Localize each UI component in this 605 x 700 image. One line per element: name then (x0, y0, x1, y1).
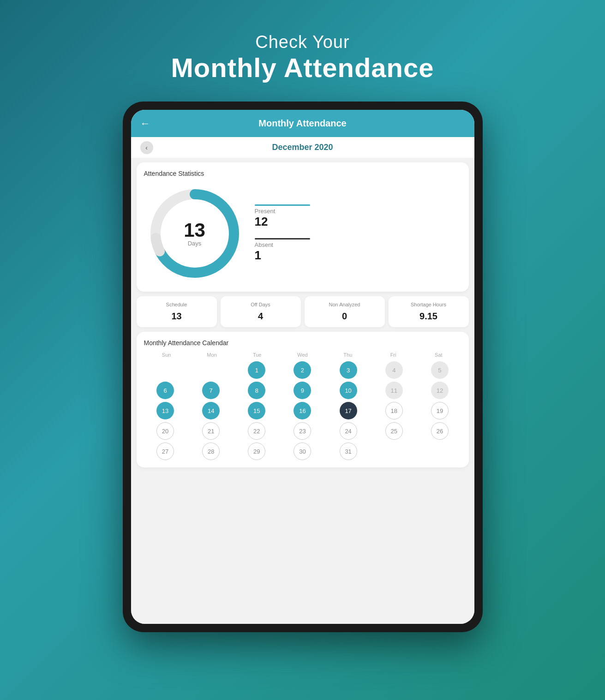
day-sat: Sat (416, 352, 461, 358)
page-subtitle: Check Your (171, 32, 434, 52)
calendar-empty-cell (431, 443, 449, 460)
absent-legend: Absent 1 (255, 238, 461, 263)
calendar-day-13[interactable]: 13 (156, 402, 174, 419)
calendar-day-3[interactable]: 3 (340, 361, 357, 379)
nonanalyzed-label: Non Analyzed (309, 302, 380, 307)
calendar-day-24[interactable]: 24 (340, 422, 357, 440)
calendar-day-18[interactable]: 18 (385, 402, 403, 419)
schedule-value: 13 (141, 311, 212, 322)
day-fri: Fri (371, 352, 416, 358)
calendar-day-1[interactable]: 1 (248, 361, 265, 379)
nonanalyzed-value: 0 (309, 311, 380, 322)
calendar-day-30[interactable]: 30 (294, 443, 311, 460)
calendar-day-19[interactable]: 19 (431, 402, 449, 419)
schedule-box: Schedule 13 (137, 296, 217, 327)
calendar-day-31[interactable]: 31 (340, 443, 357, 460)
calendar-day-28[interactable]: 28 (202, 443, 220, 460)
calendar-day-7[interactable]: 7 (202, 382, 220, 399)
calendar-section: Monthly Attendance Calendar Sun Mon Tue … (137, 332, 469, 467)
app-header: ← Monthly Attendance (131, 110, 474, 137)
back-button[interactable]: ← (140, 118, 150, 130)
calendar-day-17[interactable]: 17 (340, 402, 357, 419)
statistics-title: Attendance Statistics (144, 170, 461, 177)
shortage-box: Shortage Hours 9.15 (389, 296, 469, 327)
calendar-day-2[interactable]: 2 (294, 361, 311, 379)
calendar-day-21[interactable]: 21 (202, 422, 220, 440)
calendar-empty-cell (202, 361, 220, 379)
calendar-day-6[interactable]: 6 (156, 382, 174, 399)
calendar-day-22[interactable]: 22 (248, 422, 265, 440)
day-tue: Tue (234, 352, 280, 358)
calendar-day-26[interactable]: 26 (431, 422, 449, 440)
present-value: 12 (255, 215, 461, 229)
calendar-day-29[interactable]: 29 (248, 443, 265, 460)
donut-label: Days (184, 240, 205, 247)
day-wed: Wed (280, 352, 325, 358)
calendar-day-15[interactable]: 15 (248, 402, 265, 419)
offdays-value: 4 (225, 311, 296, 322)
calendar-day-10[interactable]: 10 (340, 382, 357, 399)
calendar-day-5[interactable]: 5 (431, 361, 449, 379)
offdays-label: Off Days (225, 302, 296, 307)
calendar-day-20[interactable]: 20 (156, 422, 174, 440)
calendar-day-12[interactable]: 12 (431, 382, 449, 399)
calendar-day-8[interactable]: 8 (248, 382, 265, 399)
calendar-day-9[interactable]: 9 (294, 382, 311, 399)
calendar-day-27[interactable]: 27 (156, 443, 174, 460)
present-legend: Present 12 (255, 204, 461, 229)
tablet-frame: ← Monthly Attendance ‹ December 2020 Att… (123, 102, 483, 632)
page-title: Monthly Attendance (171, 52, 434, 83)
stats-grid: Schedule 13 Off Days 4 Non Analyzed 0 Sh… (137, 296, 469, 327)
calendar-empty-cell (156, 361, 174, 379)
legend: Present 12 Absent 1 (255, 204, 461, 263)
statistics-content: 13 Days Present 12 Absent (144, 183, 461, 284)
absent-value: 1 (255, 248, 461, 263)
absent-label: Absent (255, 241, 461, 248)
prev-month-button[interactable]: ‹ (140, 141, 153, 154)
day-thu: Thu (325, 352, 371, 358)
shortage-label: Shortage Hours (393, 302, 464, 307)
present-label: Present (255, 208, 461, 215)
calendar-day-16[interactable]: 16 (294, 402, 311, 419)
scroll-content[interactable]: Attendance Statistics (131, 158, 474, 624)
page-header: Check Your Monthly Attendance (171, 32, 434, 83)
calendar-day-4[interactable]: 4 (385, 361, 403, 379)
donut-chart: 13 Days (144, 183, 246, 284)
schedule-label: Schedule (141, 302, 212, 307)
donut-value: 13 (184, 221, 205, 240)
app-title: Monthly Attendance (258, 118, 346, 129)
calendar-day-11[interactable]: 11 (385, 382, 403, 399)
calendar-empty-cell (385, 443, 403, 460)
month-nav: ‹ December 2020 (131, 137, 474, 158)
day-mon: Mon (189, 352, 234, 358)
present-line (255, 204, 310, 206)
calendar-day-25[interactable]: 25 (385, 422, 403, 440)
statistics-card: Attendance Statistics (137, 162, 469, 292)
calendar-grid: 1234567891011121314151617181920212223242… (144, 361, 461, 460)
nonanalyzed-box: Non Analyzed 0 (305, 296, 385, 327)
day-sun: Sun (144, 352, 189, 358)
offdays-box: Off Days 4 (221, 296, 301, 327)
donut-center: 13 Days (184, 221, 205, 247)
tablet-screen: ← Monthly Attendance ‹ December 2020 Att… (131, 110, 474, 624)
calendar-day-14[interactable]: 14 (202, 402, 220, 419)
calendar-title: Monthly Attendance Calendar (144, 339, 461, 347)
absent-line (255, 238, 310, 239)
calendar-header: Sun Mon Tue Wed Thu Fri Sat (144, 352, 461, 358)
month-title: December 2020 (272, 143, 333, 152)
shortage-value: 9.15 (393, 311, 464, 322)
calendar-day-23[interactable]: 23 (294, 422, 311, 440)
